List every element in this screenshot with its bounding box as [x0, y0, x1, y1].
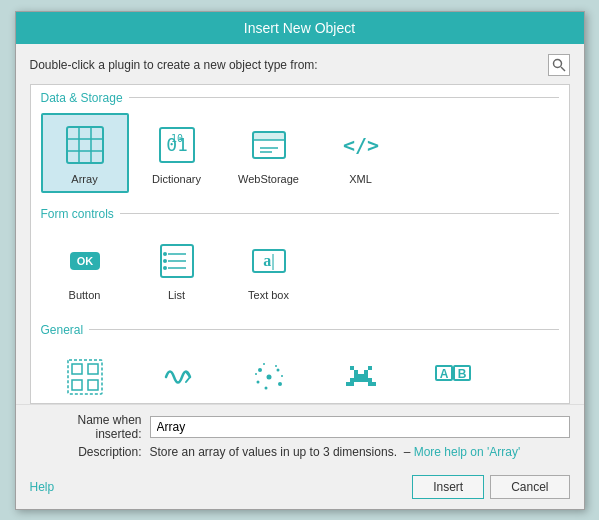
svg-point-0 [553, 59, 561, 67]
svg-point-35 [256, 380, 259, 383]
button-label: Button [69, 289, 101, 301]
button-row: Help Insert Cancel [16, 467, 584, 509]
instruction-row: Double-click a plugin to create a new ob… [30, 54, 570, 76]
svg-point-40 [281, 375, 283, 377]
cancel-button[interactable]: Cancel [490, 475, 569, 499]
description-help-link[interactable]: More help on 'Array' [414, 445, 521, 459]
svg-rect-47 [350, 378, 372, 382]
svg-rect-11 [253, 132, 285, 140]
xml-label: XML [349, 173, 372, 185]
plugin-item-sprite[interactable]: Sprite [317, 345, 405, 404]
name-row: Name when inserted: [30, 413, 570, 441]
plugin-item-array[interactable]: Array [41, 113, 129, 193]
name-input[interactable] [150, 416, 570, 438]
svg-point-34 [276, 368, 279, 371]
plugin-list[interactable]: Data & Storage Array [30, 84, 570, 404]
svg-point-37 [264, 386, 267, 389]
section-form-controls: Form controls [31, 201, 569, 225]
svg-text:</>: </> [342, 133, 378, 157]
plugin-item-webstorage[interactable]: WebStorage [225, 113, 313, 193]
description-text: Store an array of values in up to 3 dime… [150, 445, 570, 459]
svg-line-1 [561, 67, 565, 71]
plugin-item-9patch[interactable]: 9-patch [41, 345, 129, 404]
data-storage-grid: Array 01 10 Dictionary [31, 109, 569, 201]
svg-text:10: 10 [170, 133, 182, 144]
general-grid: 9-patch Function [31, 341, 569, 404]
bottom-section: Name when inserted: Description: Store a… [16, 404, 584, 467]
svg-rect-28 [72, 364, 82, 374]
plugin-item-spritefont[interactable]: A B Sprite font [409, 345, 497, 404]
plugin-item-dictionary[interactable]: 01 10 Dictionary [133, 113, 221, 193]
svg-point-24 [163, 266, 167, 270]
svg-text:A: A [439, 367, 448, 381]
plugin-item-textbox[interactable]: a| Text box [225, 229, 313, 309]
svg-rect-2 [67, 127, 103, 163]
section-general: General [31, 317, 569, 341]
array-icon [61, 121, 109, 169]
textbox-label: Text box [248, 289, 289, 301]
svg-rect-27 [68, 360, 102, 394]
plugin-item-xml[interactable]: </> XML [317, 113, 405, 193]
svg-rect-50 [346, 382, 350, 386]
svg-point-38 [275, 365, 277, 367]
array-label: Array [71, 173, 97, 185]
plugin-item-function[interactable]: Function [133, 345, 221, 404]
name-label: Name when inserted: [30, 413, 150, 441]
description-label: Description: [30, 445, 150, 459]
particles-icon [245, 353, 293, 401]
svg-rect-43 [368, 366, 372, 370]
search-button[interactable] [548, 54, 570, 76]
button-icon: OK [61, 237, 109, 285]
insert-new-object-dialog: Insert New Object Double-click a plugin … [15, 11, 585, 510]
webstorage-label: WebStorage [238, 173, 299, 185]
svg-point-39 [255, 373, 257, 375]
textbox-icon: a| [245, 237, 293, 285]
svg-rect-30 [72, 380, 82, 390]
svg-point-41 [263, 363, 265, 365]
help-link[interactable]: Help [30, 480, 55, 494]
svg-rect-48 [350, 382, 354, 386]
function-icon [153, 353, 201, 401]
spritefont-icon: A B [429, 353, 477, 401]
dictionary-label: Dictionary [152, 173, 201, 185]
plugin-item-button[interactable]: OK Button [41, 229, 129, 309]
svg-rect-49 [368, 382, 372, 386]
svg-text:B: B [457, 367, 466, 381]
dialog-title: Insert New Object [16, 12, 584, 44]
9patch-icon [61, 353, 109, 401]
svg-point-36 [278, 382, 282, 386]
search-icon [552, 58, 566, 72]
svg-text:a|: a| [263, 252, 275, 270]
list-label: List [168, 289, 185, 301]
svg-rect-29 [88, 364, 98, 374]
description-row: Description: Store an array of values in… [30, 445, 570, 459]
list-icon [153, 237, 201, 285]
webstorage-icon [245, 121, 293, 169]
insert-button[interactable]: Insert [412, 475, 484, 499]
svg-rect-42 [350, 366, 354, 370]
svg-rect-51 [372, 382, 376, 386]
svg-point-23 [163, 259, 167, 263]
svg-point-33 [258, 368, 262, 372]
plugin-item-particles[interactable]: Particles [225, 345, 313, 404]
svg-rect-45 [364, 370, 368, 374]
plugin-item-list[interactable]: List [133, 229, 221, 309]
dialog-buttons: Insert Cancel [412, 475, 569, 499]
dictionary-icon: 01 10 [153, 121, 201, 169]
svg-text:OK: OK [76, 255, 93, 267]
sprite-icon [337, 353, 385, 401]
svg-point-32 [266, 374, 271, 379]
svg-rect-31 [88, 380, 98, 390]
xml-icon: </> [337, 121, 385, 169]
instruction-text: Double-click a plugin to create a new ob… [30, 58, 318, 72]
form-controls-grid: OK Button [31, 225, 569, 317]
section-data-storage: Data & Storage [31, 85, 569, 109]
svg-point-22 [163, 252, 167, 256]
svg-rect-46 [354, 374, 368, 378]
svg-rect-44 [354, 370, 358, 374]
